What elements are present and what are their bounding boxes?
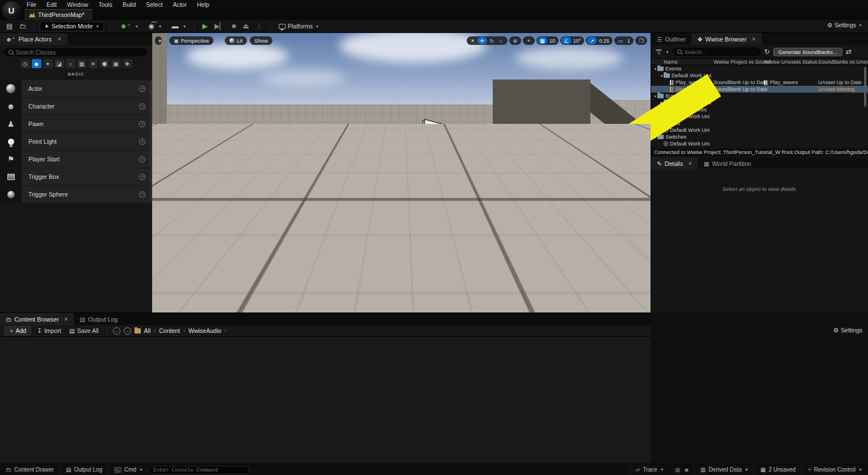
play-button[interactable]: ▶ [200,22,209,30]
skip-button[interactable]: ▶▏ [213,22,227,30]
breadcrumb-item[interactable]: WwiseAudio [188,327,221,334]
toolbar-settings-dropdown[interactable]: ⚙ Settings ▼ [827,22,862,28]
place-actor-item[interactable]: Trigger Sphere? [0,186,152,203]
forward-button[interactable]: → [124,327,131,335]
menu-select[interactable]: Select [141,1,167,9]
level-viewport[interactable]: ≡ ▣ Perspective Lit Show ➤ ✛ ↻ ↔ ⊕ ⌖ ▦ 1… [152,33,651,312]
lit-dropdown[interactable]: Lit [225,36,247,45]
player-start-icon[interactable] [418,116,455,156]
derived-data-dropdown[interactable]: ▥ Derived Data ▼ [694,464,754,475]
tab-place-actors[interactable]: ☻⁺ Place Actors ✕ [0,33,68,45]
revision-control-dropdown[interactable]: ⑂ Revision Control ▼ [802,464,868,475]
rotate-tool-icon[interactable]: ↻ [487,37,497,44]
camera-icon[interactable]: ⧇ [685,466,688,473]
close-icon[interactable]: ✕ [64,316,69,322]
menu-actor[interactable]: Actor [167,1,192,9]
wwise-search-input[interactable]: Search... [673,48,761,56]
wwise-tree-row[interactable]: ▼Acoustic Textures [651,106,868,113]
tab-world-partition[interactable]: ▦ World Partition [698,157,757,169]
shapes-icon[interactable]: ⬢ [100,59,110,68]
platforms-dropdown[interactable]: Platforms ▼ [276,23,321,30]
cinematics-dropdown[interactable]: ▬▼ [168,22,189,30]
close-icon[interactable]: ✕ [752,36,756,42]
breadcrumb-item[interactable]: Content [159,327,180,334]
select-tool-icon[interactable]: ➤ [468,35,477,46]
console-command-input[interactable]: Enter Console Command [149,466,249,474]
expander-icon[interactable]: ▼ [653,67,657,71]
viewport-options-menu[interactable]: ≡ [155,36,162,45]
place-actor-item[interactable]: ☻Character? [0,98,152,115]
help-icon[interactable]: ? [139,174,145,180]
column-header[interactable]: Name [664,59,678,65]
add-actor-dropdown[interactable]: ☻⁺▼ [116,22,141,30]
rotation-snap-icon[interactable]: ∠ [561,37,571,44]
back-button[interactable]: ← [113,327,120,335]
column-header[interactable]: Wwise Project vs Sound [714,59,770,65]
output-log-button[interactable]: ▤ Output Log [60,464,108,475]
wwise-tree-row[interactable]: ▶Default Work Uni [651,99,868,106]
wwise-tree-row[interactable]: ▼Events [651,65,868,72]
wwise-tree-row[interactable]: Stop_wavesSoundBank Up to DateUAsset Mis… [651,86,868,93]
place-actor-item[interactable]: ♟Pawn? [0,115,152,132]
surface-snap-icon[interactable]: ⌖ [524,37,534,44]
cinematic-icon[interactable]: ◪ [54,59,64,68]
move-tool-icon[interactable]: ✛ [477,37,487,44]
wwise-tree-row[interactable]: ▼Busses [651,93,868,99]
grid-snap-value[interactable]: 10 [547,38,557,44]
expander-icon[interactable]: ▶ [660,101,664,105]
blueprints-dropdown[interactable]: ◉͡▼ [144,22,164,30]
play-options-icon[interactable]: ⋮ [254,22,265,30]
expander-icon[interactable]: ▼ [653,122,657,126]
expander-icon[interactable]: ▼ [653,108,657,112]
search-classes-input[interactable]: Search Classes [4,48,147,56]
scale-tool-icon[interactable]: ↔ [496,35,508,47]
menu-tools[interactable]: Tools [93,1,118,9]
help-icon[interactable]: ? [139,103,145,110]
menu-window[interactable]: Window [62,1,93,9]
scale-snap-icon[interactable]: ↗ [587,37,597,44]
tab-content-browser[interactable]: 🗀 Content Browser ✕ [0,313,74,325]
place-actor-item[interactable]: ⚑Player Start? [0,151,152,168]
place-actors-scrollbar[interactable] [150,80,152,202]
wwise-tree-row[interactable]: Default Work Uni [651,113,868,120]
visual-effects-icon[interactable]: ✳ [89,59,98,68]
unreal-logo-icon[interactable]: U [2,1,20,19]
grid-snap-icon[interactable]: ▦ [538,37,547,44]
show-dropdown[interactable]: Show [250,36,272,45]
wwise-tree-row[interactable]: ▼States [651,120,868,127]
menu-build[interactable]: Build [118,1,141,9]
expander-icon[interactable]: ▼ [653,94,657,98]
camera-speed-icon[interactable]: ▭ [615,37,625,44]
filter-icon[interactable] [656,49,662,55]
volumes-icon[interactable]: ▣ [111,59,121,68]
place-actor-item[interactable]: Point Light? [0,133,152,150]
menu-help[interactable]: Help [192,1,215,9]
expander-icon[interactable]: ▼ [660,74,664,78]
wwise-tree-row[interactable]: ▼Switches [651,134,868,140]
import-button[interactable]: ↧ Import [35,327,64,334]
wwise-scrollbar[interactable] [864,67,866,107]
eject-button[interactable]: ⏏ [241,22,250,30]
breadcrumb-item[interactable]: All [144,327,151,334]
tab-output-log[interactable]: ▤ Output Log [74,313,123,325]
refresh-icon[interactable]: ↻ [764,48,770,56]
scale-snap-value[interactable]: 0.25 [597,38,611,44]
help-icon[interactable]: ? [139,86,145,92]
reconcile-icon[interactable]: ⇄ [846,48,852,56]
menu-edit[interactable]: Edit [41,1,62,9]
cmd-dropdown[interactable]: >_ Cmd ▼ [108,464,149,475]
wwise-tree-row[interactable]: Default Work Uni [651,140,868,147]
selection-mode-dropdown[interactable]: ➤ Selection Mode ▼ [40,22,104,31]
tab-wwise-browser[interactable]: ❖ Wwise Browser ✕ [691,33,761,45]
column-header[interactable]: Wwise UAssets Status [764,59,817,65]
lights-icon[interactable]: ✦ [43,59,53,68]
audio-icon[interactable]: ♪ [66,59,76,68]
save-all-button[interactable]: ▤ Save All [67,327,101,334]
maximize-viewport-icon[interactable]: ❒ [636,37,646,44]
content-browser-settings[interactable]: ⚙ Settings [833,327,862,334]
save-icon[interactable]: ▤ [5,22,14,30]
place-actor-item[interactable]: Trigger Box? [0,168,152,185]
help-icon[interactable]: ? [139,156,145,163]
perspective-dropdown[interactable]: ▣ Perspective [169,36,213,45]
folder-icon[interactable] [135,328,141,334]
